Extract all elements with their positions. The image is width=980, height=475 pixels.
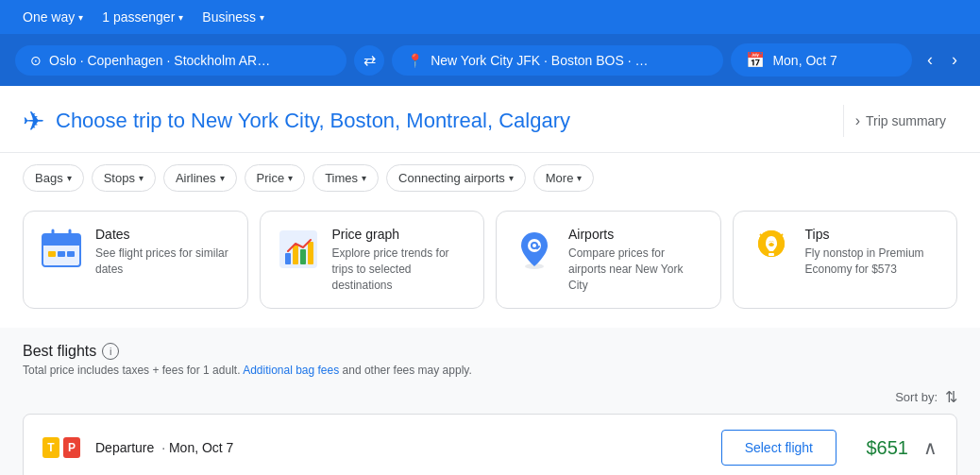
svg-rect-9 [285,253,291,264]
filter-connecting-airports[interactable]: Connecting airports ▾ [386,164,526,192]
trip-summary-button[interactable]: › Trip summary [843,105,957,137]
airports-card-desc: Compare prices for airports near New Yor… [568,246,705,293]
svg-rect-7 [67,251,75,257]
oneway-label: One way [23,9,75,25]
tips-card-icon [749,227,794,272]
top-bar: One way ▾ 1 passenger ▾ Business ▾ [0,0,980,34]
main-content: ✈ Choose trip to New York City, Boston, … [0,86,980,475]
flight-price: $651 [852,437,908,459]
dates-card-desc: See flight prices for similar dates [95,246,232,278]
more-label: More [546,171,574,185]
price-label: Price [257,171,285,185]
dates-card-icon [39,227,84,272]
oneway-dropdown[interactable]: One way ▾ [15,6,91,28]
dates-card[interactable]: Dates See flight prices for similar date… [23,211,248,309]
passengers-dropdown[interactable]: 1 passenger ▾ [94,6,191,28]
departure-label: Departure [95,440,154,455]
filter-row: Bags ▾ Stops ▾ Airlines ▾ Price ▾ Times … [0,153,980,203]
airline-logos: T P [42,437,80,458]
subtitle-prefix: Total price includes taxes + fees for 1 … [23,364,240,377]
bag-fees-link[interactable]: Additional bag fees [243,364,339,377]
trip-summary-label: Trip summary [866,113,946,128]
svg-rect-6 [58,251,65,257]
svg-rect-5 [48,251,56,257]
swap-icon: ⇄ [363,51,376,69]
connecting-airports-label: Connecting airports [398,171,505,185]
svg-rect-11 [300,249,306,264]
stops-label: Stops [104,171,135,185]
destination-icon: 📍 [407,53,423,68]
date-field[interactable]: 📅 Mon, Oct 7 [731,43,912,76]
filter-times[interactable]: Times ▾ [313,164,379,192]
sort-by-label: Sort by: [895,390,938,404]
bags-chevron-icon: ▾ [67,173,72,183]
class-label: Business [202,9,256,25]
filter-more[interactable]: More ▾ [533,164,595,192]
filter-bags[interactable]: Bags ▾ [23,164,84,192]
origin-icon: ⊙ [30,53,42,68]
airlines-chevron-icon: ▾ [220,173,225,183]
more-chevron-icon: ▾ [577,173,582,183]
prev-arrow-button[interactable]: ‹ [920,46,940,74]
subtitle-suffix: and other fees may apply. [343,364,472,377]
tips-card-body: Tips Fly nonstop in Premium Economy for … [805,227,942,278]
airports-card-body: Airports Compare prices for airports nea… [568,227,705,293]
plane-icon: ✈ [23,106,44,137]
best-flights-section: Best flights i Total price includes taxe… [0,328,980,475]
price-graph-card[interactable]: Price graph Explore price trends for tri… [260,211,485,309]
bags-label: Bags [35,171,63,185]
expand-flight-button[interactable]: ∧ [923,436,938,459]
oneway-chevron-icon: ▾ [78,12,83,23]
date-text: Mon, Oct 7 [772,53,836,68]
next-arrow-button[interactable]: › [944,46,965,74]
sort-row: Sort by: ⇅ [23,388,957,406]
flight-info: Departure · Mon, Oct 7 [95,440,706,455]
destination-field[interactable]: 📍 New York City JFK · Boston BOS · … [392,45,723,76]
tips-card-desc: Fly nonstop in Premium Economy for $573 [805,246,942,278]
svg-rect-2 [42,242,80,246]
header-row: ✈ Choose trip to New York City, Boston, … [0,86,980,153]
select-flight-button[interactable]: Select flight [721,430,836,466]
destination-text: New York City JFK · Boston BOS · … [431,53,648,68]
sort-icon[interactable]: ⇅ [945,388,957,406]
price-graph-card-icon [276,227,321,272]
info-icon[interactable]: i [102,343,119,360]
price-chevron-icon: ▾ [288,173,293,183]
svg-line-24 [781,234,783,236]
passengers-chevron-icon: ▾ [178,12,183,23]
svg-rect-10 [293,246,298,264]
dates-card-body: Dates See flight prices for similar date… [95,227,232,278]
price-graph-card-title: Price graph [332,227,469,242]
departure-date-value: Mon, Oct 7 [169,440,233,455]
chevron-right-icon: › [855,112,860,129]
svg-rect-19 [769,253,774,256]
page-title: Choose trip to New York City, Boston, Mo… [56,109,843,133]
cards-row: Dates See flight prices for similar date… [0,203,980,328]
nav-arrows: ‹ › [920,46,965,74]
calendar-icon: 📅 [746,51,765,69]
times-chevron-icon: ▾ [362,173,366,183]
airlines-label: Airlines [176,171,216,185]
departure-date: · [161,440,169,455]
airports-card[interactable]: Airports Compare prices for airports nea… [496,211,721,309]
filter-price[interactable]: Price ▾ [245,164,306,192]
passengers-label: 1 passenger [102,9,175,25]
best-flights-subtitle: Total price includes taxes + fees for 1 … [23,364,957,377]
search-bar: ⊙ Oslo · Copenhagen · Stockholm AR… ⇄ 📍 … [0,34,980,86]
flight-row: T P Departure · Mon, Oct 7 Select flight… [23,414,957,475]
filter-airlines[interactable]: Airlines ▾ [163,164,237,192]
origin-text: Oslo · Copenhagen · Stockholm AR… [49,53,270,68]
svg-point-16 [532,244,536,247]
svg-line-23 [760,234,762,236]
class-dropdown[interactable]: Business ▾ [194,6,272,28]
stops-chevron-icon: ▾ [139,173,144,183]
connecting-airports-chevron-icon: ▾ [509,173,514,183]
swap-button[interactable]: ⇄ [354,45,384,76]
expand-icon: ∧ [923,437,938,458]
tips-card[interactable]: Tips Fly nonstop in Premium Economy for … [733,211,958,309]
airline-logo-p: P [63,437,80,458]
best-flights-title: Best flights [23,343,96,360]
airline-logo-t: T [42,437,59,458]
filter-stops[interactable]: Stops ▾ [92,164,156,192]
origin-field[interactable]: ⊙ Oslo · Copenhagen · Stockholm AR… [15,45,346,76]
